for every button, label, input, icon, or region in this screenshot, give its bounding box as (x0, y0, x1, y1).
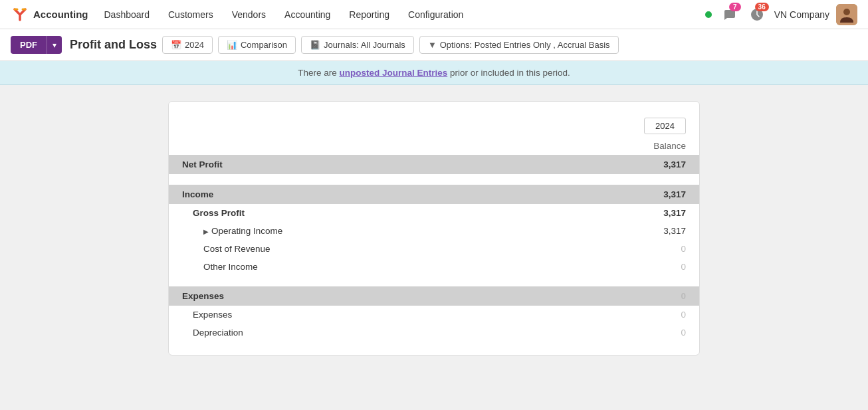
nav-vendors[interactable]: Vendors (224, 7, 274, 23)
journal-icon: 📓 (310, 40, 320, 50)
calendar-icon: 📅 (171, 40, 181, 50)
expenses-value: 0 (631, 306, 699, 324)
filter-icon: ▼ (428, 40, 437, 50)
report-card: 2024 Balance Net Profit 3,317 Income 3,3… (168, 101, 700, 356)
comparison-icon: 📊 (227, 40, 237, 50)
user-avatar[interactable] (836, 4, 857, 25)
expenses-label: Expenses (169, 306, 631, 324)
app-name: Accounting (33, 9, 88, 20)
main-content: 2024 Balance Net Profit 3,317 Income 3,3… (0, 85, 868, 410)
activities-badge: 36 (755, 3, 769, 11)
svg-point-3 (843, 9, 850, 15)
year-header: 2024 (644, 118, 686, 134)
depreciation-label: Depreciation (169, 324, 631, 342)
separator-1 (169, 174, 699, 185)
depreciation-value: 0 (631, 324, 699, 342)
filter-options-label: Options: Posted Entries Only , Accrual B… (440, 40, 610, 50)
income-row[interactable]: Income 3,317 (169, 185, 699, 204)
cost-of-revenue-label: Cost of Revenue (169, 240, 631, 258)
balance-label-row: Balance (169, 137, 699, 155)
online-status-dot (705, 11, 712, 18)
report-toolbar: PDF ▾ Profit and Loss 📅 2024 📊 Compariso… (0, 29, 868, 61)
company-name[interactable]: VN Company (774, 9, 829, 20)
cost-of-revenue-value: 0 (631, 240, 699, 258)
operating-income-row[interactable]: ▶Operating Income 3,317 (169, 222, 699, 240)
nav-reporting[interactable]: Reporting (341, 7, 397, 23)
pdf-dropdown-button[interactable]: ▾ (47, 36, 62, 54)
expenses-header-row[interactable]: Expenses 0 (169, 286, 699, 306)
nav-configuration[interactable]: Configuration (400, 7, 471, 23)
operating-income-label: ▶Operating Income (169, 222, 631, 240)
filter-journals[interactable]: 📓 Journals: All Journals (301, 36, 414, 54)
cost-of-revenue-row[interactable]: Cost of Revenue 0 (169, 240, 699, 258)
other-income-row[interactable]: Other Income 0 (169, 258, 699, 276)
gross-profit-row[interactable]: Gross Profit 3,317 (169, 204, 699, 222)
balance-label: Balance (631, 137, 699, 155)
profit-loss-table: 2024 Balance Net Profit 3,317 Income 3,3… (169, 115, 699, 342)
filter-options[interactable]: ▼ Options: Posted Entries Only , Accrual… (419, 36, 619, 54)
year-header-row: 2024 (169, 115, 699, 137)
net-profit-value: 3,317 (631, 155, 699, 174)
banner-text-after: prior or included in this period. (447, 68, 570, 78)
filter-comparison-label: Comparison (241, 40, 287, 50)
separator-2 (169, 276, 699, 286)
nav-customers[interactable]: Customers (160, 7, 221, 23)
nav-accounting[interactable]: Accounting (276, 7, 338, 23)
gross-profit-value: 3,317 (631, 204, 699, 222)
activities-button[interactable]: 36 (746, 4, 768, 25)
operating-income-value: 3,317 (631, 222, 699, 240)
page-title: Profit and Loss (70, 38, 157, 52)
app-logo[interactable]: Accounting (11, 5, 88, 24)
nav-right-section: 7 36 VN Company (705, 4, 857, 25)
expand-icon: ▶ (203, 228, 209, 235)
expenses-row[interactable]: Expenses 0 (169, 306, 699, 324)
other-income-label: Other Income (169, 258, 631, 276)
pdf-button[interactable]: PDF (11, 36, 47, 54)
net-profit-label: Net Profit (169, 155, 631, 174)
gross-profit-label: Gross Profit (169, 204, 631, 222)
filter-comparison[interactable]: 📊 Comparison (218, 36, 296, 54)
income-value: 3,317 (631, 185, 699, 204)
filter-year-label: 2024 (185, 40, 204, 50)
messages-button[interactable]: 7 (718, 4, 740, 25)
messages-badge: 7 (729, 3, 741, 11)
filter-journals-label: Journals: All Journals (324, 40, 405, 50)
income-label: Income (169, 185, 631, 204)
top-navigation: Accounting Dashboard Customers Vendors A… (0, 0, 868, 29)
other-income-value: 0 (631, 258, 699, 276)
filter-year[interactable]: 📅 2024 (162, 36, 213, 54)
expenses-header-label: Expenses (169, 286, 631, 306)
banner-text-before: There are (298, 68, 339, 78)
unposted-entries-banner: There are unposted Journal Entries prior… (0, 61, 868, 85)
pdf-button-group: PDF ▾ (11, 36, 62, 54)
net-profit-row[interactable]: Net Profit 3,317 (169, 155, 699, 174)
depreciation-row[interactable]: Depreciation 0 (169, 324, 699, 342)
expenses-header-value: 0 (631, 286, 699, 306)
nav-dashboard[interactable]: Dashboard (96, 7, 158, 23)
unposted-entries-link[interactable]: unposted Journal Entries (339, 68, 447, 78)
